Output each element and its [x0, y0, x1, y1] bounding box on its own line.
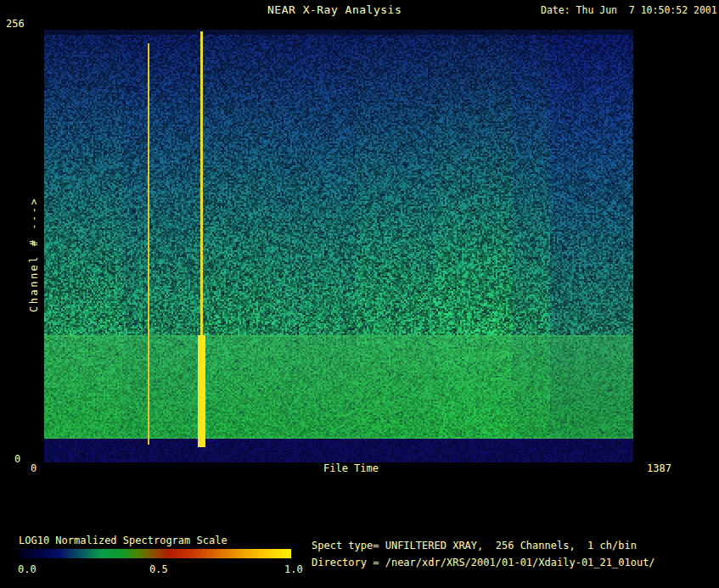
colorbar-label: LOG10 Normalized Spectrogram Scale: [19, 535, 227, 546]
spect-type-text: Spect type= UNFILTERED XRAY, 256 Channel…: [312, 540, 637, 552]
x-axis-label: File Time: [323, 463, 379, 474]
x-axis-min-label: 0: [31, 463, 37, 474]
colorbar-tick-05: 0.5: [149, 564, 168, 575]
colorbar-tick-0: 0.0: [18, 564, 37, 575]
directory-text: Directory = /near/xdr/XRS/2001/01-01/Xda…: [312, 557, 655, 568]
y-axis-max-label: 256: [6, 19, 25, 30]
y-axis-label: Channel # --->: [29, 197, 40, 312]
colorbar-tick-1: 1.0: [284, 564, 303, 575]
y-axis-min-label: 0: [14, 454, 20, 465]
x-axis-max-label: 1387: [647, 463, 671, 474]
near-xray-analysis-window: NEAR X-Ray Analysis Date: Thu Jun 7 10:5…: [0, 0, 719, 588]
header-date: Date: Thu Jun 7 10:50:52 2001: [541, 5, 717, 16]
spectrogram-image: [44, 30, 633, 462]
colorbar-gradient: [19, 549, 291, 558]
page-title: NEAR X-Ray Analysis: [267, 4, 402, 16]
